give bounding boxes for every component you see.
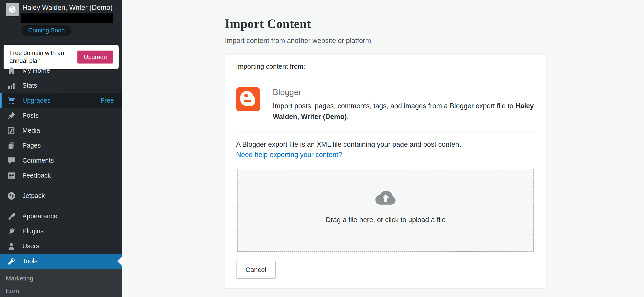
sidebar-item-plugins[interactable]: Plugins xyxy=(0,224,122,239)
importer-description-prefix: Import posts, pages, comments, tags, and… xyxy=(273,102,515,110)
importer-name: Blogger xyxy=(273,88,535,97)
brush-icon xyxy=(7,212,16,221)
stats-icon xyxy=(7,81,16,90)
importer-row: Blogger Import posts, pages, comments, t… xyxy=(236,87,535,122)
sidebar-item-badge: Free xyxy=(100,97,114,104)
globe-icon xyxy=(8,5,17,15)
sidebar-item-tools[interactable]: Tools xyxy=(0,254,122,269)
media-icon xyxy=(7,126,16,135)
home-icon xyxy=(7,66,16,75)
site-url-redacted xyxy=(20,13,113,23)
sidebar-subitem-marketing[interactable]: Marketing xyxy=(0,272,122,285)
divider xyxy=(236,131,535,131)
sidebar-item-appearance[interactable]: Appearance xyxy=(0,209,122,224)
sidebar-submenu: Marketing Earn xyxy=(0,269,122,297)
wrench-icon xyxy=(7,257,16,266)
sidebar-item-label: Tools xyxy=(22,258,38,265)
upsell-text: Free domain with an annual plan xyxy=(10,49,81,65)
main-content: Import Content Import content from anoth… xyxy=(122,0,644,297)
sidebar-item-label: Comments xyxy=(22,157,54,164)
site-avatar[interactable] xyxy=(6,3,19,16)
jetpack-icon xyxy=(7,191,16,201)
cancel-button[interactable]: Cancel xyxy=(236,261,276,279)
sidebar-item-label: Stats xyxy=(22,82,37,89)
card-header: Importing content from: xyxy=(225,55,546,78)
sidebar-item-label: My Home xyxy=(22,67,50,74)
sidebar-item-posts[interactable]: Posts xyxy=(0,108,122,123)
feedback-icon xyxy=(7,171,16,180)
pages-icon xyxy=(7,141,16,150)
sidebar-item-pages[interactable]: Pages xyxy=(0,138,122,153)
export-help-text: A Blogger export file is an XML file con… xyxy=(236,140,535,148)
sidebar-item-media[interactable]: Media xyxy=(0,123,122,138)
sidebar-item-label: Media xyxy=(22,127,40,134)
coming-soon-badge: Coming Soon xyxy=(22,25,72,36)
upgrade-button[interactable]: Upgrade xyxy=(78,50,113,63)
sidebar-item-stats[interactable]: Stats xyxy=(0,78,122,93)
sidebar-subitem-earn[interactable]: Earn xyxy=(0,285,122,297)
sidebar-item-label: Users xyxy=(22,243,40,250)
site-header: Haley Walden, Writer (Demo) Coming Soon xyxy=(0,0,122,38)
sidebar-item-label: Upgrades xyxy=(22,97,50,104)
cart-icon xyxy=(7,96,16,105)
sidebar-menu: My Home Stats Upgrades Free Posts Media … xyxy=(0,63,122,269)
sidebar-item-comments[interactable]: Comments xyxy=(0,153,122,168)
users-icon xyxy=(7,242,16,251)
importer-info: Blogger Import posts, pages, comments, t… xyxy=(273,87,535,122)
sidebar-item-label: Plugins xyxy=(22,228,44,235)
sidebar-item-feedback[interactable]: Feedback xyxy=(0,168,122,183)
sidebar-subitem-label: Marketing xyxy=(6,275,33,282)
stats-dotted-underline xyxy=(63,90,122,90)
sidebar-item-label: Appearance xyxy=(22,213,57,220)
sidebar: Haley Walden, Writer (Demo) Coming Soon … xyxy=(0,0,122,297)
blogger-logo-icon xyxy=(236,87,260,111)
site-title: Haley Walden, Writer (Demo) xyxy=(22,3,118,12)
sidebar-item-label: Pages xyxy=(22,142,41,149)
file-dropzone[interactable]: Drag a file here, or click to upload a f… xyxy=(238,169,534,252)
importer-description-suffix: . xyxy=(347,113,349,121)
cloud-upload-icon xyxy=(374,189,397,208)
dropzone-label: Drag a file here, or click to upload a f… xyxy=(326,216,446,224)
sidebar-item-label: Feedback xyxy=(22,172,51,179)
app-root: Haley Walden, Writer (Demo) Coming Soon … xyxy=(0,0,644,297)
sidebar-item-label: Posts xyxy=(22,112,39,119)
page-title: Import Content xyxy=(225,16,644,31)
card-body: Blogger Import posts, pages, comments, t… xyxy=(225,87,546,288)
comment-icon xyxy=(7,156,16,165)
sidebar-item-label: Jetpack xyxy=(22,192,45,200)
sidebar-item-upgrades[interactable]: Upgrades Free xyxy=(0,93,122,108)
page-subtitle: Import content from another website or p… xyxy=(225,37,644,45)
export-help-link[interactable]: Need help exporting your content? xyxy=(236,151,342,159)
sidebar-subitem-label: Earn xyxy=(6,288,19,295)
importer-description: Import posts, pages, comments, tags, and… xyxy=(273,101,535,122)
import-card: Importing content from: Blogger Import p… xyxy=(225,54,546,289)
sidebar-item-my-home[interactable]: My Home xyxy=(0,63,122,78)
sidebar-item-users[interactable]: Users xyxy=(0,239,122,254)
pushpin-icon xyxy=(7,111,16,120)
sidebar-item-jetpack[interactable]: Jetpack xyxy=(0,188,122,203)
plugin-icon xyxy=(7,227,16,236)
